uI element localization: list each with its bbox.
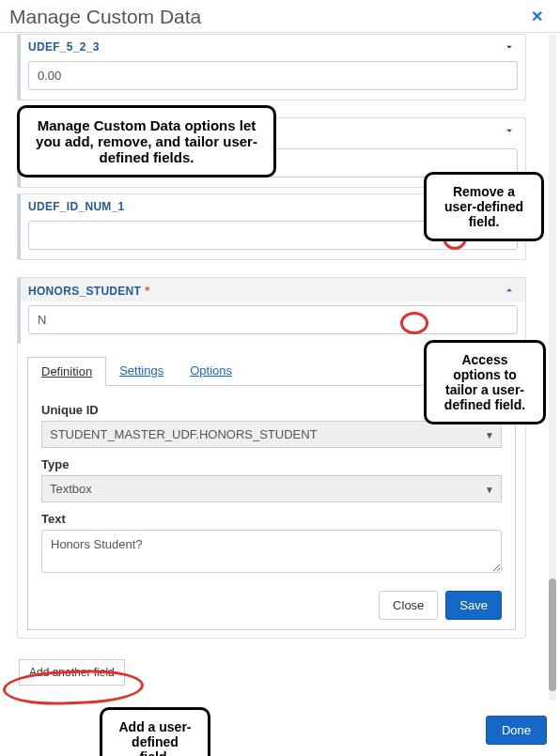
- close-button[interactable]: Close: [379, 591, 438, 620]
- callout-intro: Manage Custom Data options let you add, …: [17, 105, 276, 177]
- type-label: Type: [41, 457, 502, 471]
- field-card-expanded: HONORS_STUDENT * ✕ Definition Settings O…: [17, 277, 526, 639]
- scrollbar-track[interactable]: [549, 34, 556, 701]
- callout-add: Add a user-defined field.: [100, 707, 210, 756]
- type-select-wrap: Textbox ▼: [41, 475, 502, 502]
- manage-custom-data-dialog: Manage Custom Data ✕ UDEF_5_2_3 ✕: [0, 0, 560, 756]
- field-input-wrap: [18, 301, 525, 344]
- field-header[interactable]: HONORS_STUDENT * ✕: [18, 278, 525, 301]
- field-label: UDEF_ID_NUM_1: [28, 200, 125, 213]
- text-label: Text: [41, 512, 502, 526]
- scrollbar-thumb[interactable]: [549, 579, 556, 691]
- field-label: UDEF_5_2_3: [28, 40, 100, 54]
- field-input-wrap: [18, 57, 525, 100]
- text-input[interactable]: [41, 530, 502, 573]
- dialog-header: Manage Custom Data ✕: [0, 0, 560, 33]
- tab-settings[interactable]: Settings: [106, 357, 177, 385]
- field-header[interactable]: UDEF_5_2_3 ✕: [18, 35, 525, 57]
- field-value-input[interactable]: [28, 305, 518, 334]
- add-another-field-button[interactable]: Add another field: [19, 659, 125, 686]
- panel-footer: Close Save: [41, 591, 502, 620]
- close-icon[interactable]: ✕: [527, 6, 547, 27]
- callout-tailor: Access options to tailor a user-defined …: [424, 340, 546, 424]
- required-indicator: *: [145, 284, 149, 298]
- done-button[interactable]: Done: [486, 716, 547, 745]
- type-select[interactable]: Textbox: [41, 475, 502, 502]
- save-button[interactable]: Save: [445, 591, 502, 620]
- callout-remove: Remove a user-defined field.: [424, 172, 544, 241]
- field-card: UDEF_5_2_3 ✕: [17, 34, 526, 100]
- dialog-title: Manage Custom Data: [9, 6, 201, 28]
- tab-options[interactable]: Options: [177, 357, 245, 385]
- chevron-down-icon[interactable]: [503, 40, 516, 56]
- field-label: HONORS_STUDENT: [28, 285, 141, 298]
- field-value-input[interactable]: [28, 61, 518, 90]
- unique-id-select-wrap: STUDENT_MASTER_UDF.HONORS_STUDENT ▼: [41, 421, 502, 448]
- chevron-up-icon[interactable]: [503, 284, 516, 300]
- chevron-down-icon[interactable]: [503, 124, 516, 140]
- unique-id-select[interactable]: STUDENT_MASTER_UDF.HONORS_STUDENT: [41, 421, 502, 448]
- tab-definition[interactable]: Definition: [27, 357, 106, 386]
